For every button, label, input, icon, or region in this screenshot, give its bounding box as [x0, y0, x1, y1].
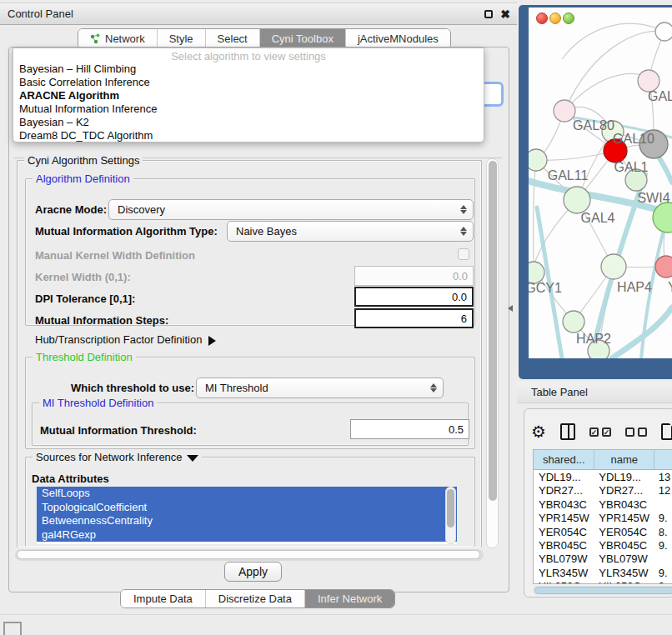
tab-discretize-data[interactable]: Discretize Data	[206, 590, 305, 608]
attribute-item[interactable]: SelfLoops	[37, 487, 457, 501]
which-threshold-combo[interactable]: MI Threshold	[196, 378, 444, 398]
tab-cyni-toolbox[interactable]: Cyni Toolbox	[260, 29, 346, 48]
divider	[0, 614, 672, 615]
network-icon	[90, 33, 101, 44]
table-horizontal-scrollbar[interactable]	[533, 586, 672, 595]
table-row[interactable]: YER054C YER054C 8.	[534, 526, 672, 539]
tab-label: Network	[105, 32, 145, 45]
hub-definition-expander[interactable]: Hub/Transcription Factor Definition	[35, 333, 216, 346]
algorithm-option[interactable]: Mutual Information Inference	[13, 102, 484, 116]
table-panel: ⚙ ✓ ✓ shared... name YDL19... YDL19... 1…	[524, 408, 672, 598]
mi-algo-type-combo[interactable]: Naive Bayes	[227, 221, 474, 242]
tab-label: Impute Data	[133, 592, 193, 605]
scrollbar-thumb[interactable]	[489, 161, 497, 501]
expanded-arrow-icon	[187, 455, 198, 462]
table-body: YDL19... YDL19... 13 YDR27... YDR27... 1…	[534, 471, 672, 584]
apply-button[interactable]: Apply	[224, 562, 282, 582]
which-threshold-label: Which threshold to use:	[71, 382, 194, 394]
scrollbar-thumb[interactable]	[534, 587, 672, 594]
table-row[interactable]: YLR345W YLR345W 9.	[534, 567, 672, 580]
table-panel-title: Table Panel	[517, 386, 588, 398]
column-header[interactable]: name	[594, 450, 654, 469]
cell: 13	[656, 471, 672, 484]
select-all-columns-icon[interactable]: ✓ ✓	[589, 428, 611, 437]
tab-infer-network[interactable]: Infer Network	[305, 590, 394, 608]
collapsed-arrow-icon	[208, 336, 216, 346]
deselect-all-columns-icon[interactable]	[625, 428, 647, 437]
cell: YPR145W	[534, 512, 595, 525]
table-row[interactable]: YIL052C YIL052C 9	[534, 580, 672, 584]
tab-select[interactable]: Select	[206, 29, 260, 48]
scrollbar-thumb[interactable]	[17, 550, 480, 559]
tab-network[interactable]: Network	[78, 29, 158, 48]
algorithm-option[interactable]: Bayesian – Hill Climbing	[13, 62, 484, 76]
control-panel-titlebar: Control Panel ✖	[0, 2, 517, 25]
split-columns-icon[interactable]	[560, 423, 575, 440]
aracne-mode-combo[interactable]: Discovery	[108, 199, 474, 220]
cell: 9.	[656, 567, 672, 580]
network-canvas[interactable]: GAL GAL80 GAL10 GAL1 GAL11 GAL4 SWI4 GCY…	[529, 8, 672, 358]
cell: 9	[656, 580, 672, 584]
column-header[interactable]: shared...	[534, 450, 594, 469]
algorithm-option[interactable]: Bayesian – K2	[13, 116, 484, 129]
settings-vertical-scrollbar[interactable]	[486, 158, 499, 548]
cell: 8.	[656, 526, 672, 539]
group-title: Cyni Algorithm Settings	[24, 154, 143, 167]
tab-label: Discretize Data	[218, 592, 292, 605]
data-attributes-label: Data Attributes	[32, 472, 109, 485]
table-header-row: shared... name	[534, 450, 672, 470]
node-hap4[interactable]	[601, 254, 626, 279]
tab-label: jActiveMNodules	[358, 32, 439, 45]
mi-algo-type-label: Mutual Information Algorithm Type:	[35, 225, 218, 238]
tab-impute-data[interactable]: Impute Data	[121, 590, 206, 608]
attribute-item[interactable]: BetweennessCentrality	[37, 514, 457, 528]
node-salmon[interactable]	[655, 256, 672, 278]
splitter-collapse-arrow[interactable]	[508, 305, 513, 312]
manual-kernel-width-checkbox[interactable]	[458, 248, 469, 260]
node-label: GAL10	[613, 132, 654, 146]
collapsed-panel-icon[interactable]	[3, 622, 22, 635]
table-row[interactable]: YBL079W YBL079W	[534, 552, 672, 566]
table-row[interactable]: YPR145W YPR145W 9.	[534, 512, 672, 525]
checked-checkbox-icon: ✓	[602, 428, 611, 437]
node[interactable]	[655, 22, 672, 41]
node-hap2[interactable]	[563, 311, 584, 332]
node-gal11[interactable]	[529, 149, 547, 171]
tab-label: Infer Network	[318, 592, 382, 605]
tab-jactivemnodules[interactable]: jActiveMNodules	[346, 29, 450, 48]
dpi-tolerance-field[interactable]	[354, 287, 474, 307]
mi-algo-type-value: Naive Bayes	[236, 225, 297, 238]
cell: YER054C	[595, 526, 655, 539]
table-toolbar: ⚙ ✓ ✓	[531, 416, 672, 448]
table-row[interactable]: YDL19... YDL19... 13	[534, 471, 672, 484]
attribute-item[interactable]: TopologicalCoefficient	[37, 501, 457, 515]
float-window-icon[interactable]	[484, 10, 493, 18]
document-icon[interactable]	[661, 423, 672, 440]
algorithm-option[interactable]: Dream8 DC_TDC Algorithm	[13, 129, 484, 142]
network-graph[interactable]: GAL GAL80 GAL10 GAL1 GAL11 GAL4 SWI4 GCY…	[529, 8, 672, 358]
tab-label: Select	[218, 32, 248, 45]
mi-threshold-field[interactable]	[350, 419, 469, 439]
close-icon[interactable]: ✖	[500, 10, 510, 18]
node-gal4[interactable]	[564, 187, 590, 213]
algorithm-option[interactable]: Basic Correlation Inference	[13, 76, 484, 89]
settings-horizontal-scrollbar[interactable]	[15, 549, 484, 561]
mi-steps-field[interactable]	[354, 308, 474, 328]
algorithm-option-selected[interactable]: ARACNE Algorithm	[13, 89, 484, 102]
scrollbar-thumb[interactable]	[447, 489, 454, 528]
sources-expander[interactable]: Sources for Network Inference	[33, 451, 202, 463]
cell: YBR043C	[534, 498, 595, 512]
cell: 9.	[656, 512, 672, 525]
node-gal80[interactable]	[554, 100, 575, 122]
kernel-width-field[interactable]	[354, 266, 474, 286]
group-title: MI Threshold Definition	[39, 397, 157, 409]
attribute-item[interactable]: gal4RGexp	[37, 528, 457, 542]
node-label: Y	[668, 280, 672, 294]
gear-icon[interactable]: ⚙	[531, 423, 546, 440]
column-header[interactable]	[654, 450, 672, 469]
tab-style[interactable]: Style	[158, 29, 206, 48]
table-row[interactable]: YBR045C YBR045C 9.	[534, 539, 672, 552]
table-row[interactable]: YBR043C YBR043C	[534, 498, 672, 512]
table-row[interactable]: YDR27... YDR27... 12	[534, 484, 672, 498]
attribute-list-scrollbar[interactable]	[445, 487, 456, 544]
